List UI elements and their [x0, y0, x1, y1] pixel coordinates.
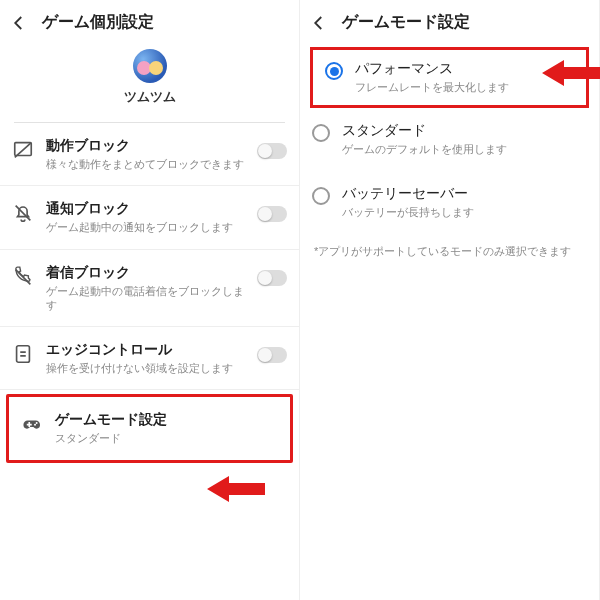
row-title: 動作ブロック: [46, 137, 245, 155]
toggle-switch[interactable]: [257, 143, 287, 159]
phone-off-icon: [12, 266, 34, 288]
toggle-switch[interactable]: [257, 270, 287, 286]
row-sub: スタンダード: [55, 431, 278, 445]
option-battery[interactable]: バッテリーセーバー バッテリーが長持ちします: [300, 171, 599, 234]
svg-rect-1: [17, 346, 30, 363]
header: ゲームモード設定: [300, 0, 599, 43]
footnote: *アプリがサポートしているモードのみ選択できます: [300, 234, 599, 269]
option-title: パフォーマンス: [355, 60, 509, 78]
option-sub: ゲームのデフォルトを使用します: [342, 142, 507, 157]
toggle-switch[interactable]: [257, 347, 287, 363]
row-sub: 操作を受け付けない領域を設定します: [46, 361, 245, 375]
game-icon: [133, 49, 167, 83]
row-notification-block[interactable]: 通知ブロック ゲーム起動中の通知をブロックします: [0, 186, 299, 249]
back-icon[interactable]: [10, 14, 28, 32]
back-icon[interactable]: [310, 14, 328, 32]
radio-icon[interactable]: [312, 124, 330, 142]
option-sub: フレームレートを最大化します: [355, 80, 509, 95]
radio-icon[interactable]: [312, 187, 330, 205]
row-sub: 様々な動作をまとめてブロックできます: [46, 157, 245, 171]
header: ゲーム個別設定: [0, 0, 299, 43]
page-title: ゲームモード設定: [342, 12, 470, 33]
row-action-block[interactable]: 動作ブロック 様々な動作をまとめてブロックできます: [0, 123, 299, 186]
option-performance[interactable]: パフォーマンス フレームレートを最大化します: [313, 50, 586, 105]
edge-icon: [12, 343, 34, 365]
bell-off-icon: [12, 202, 34, 224]
game-name: ツムツム: [124, 89, 176, 106]
row-game-mode[interactable]: ゲームモード設定 スタンダード: [6, 394, 293, 462]
row-call-block[interactable]: 着信ブロック ゲーム起動中の電話着信をブロックします: [0, 250, 299, 328]
option-sub: バッテリーが長持ちします: [342, 205, 474, 220]
row-sub: ゲーム起動中の通知をブロックします: [46, 220, 245, 234]
row-edge-control[interactable]: エッジコントロール 操作を受け付けない領域を設定します: [0, 327, 299, 390]
row-title: 着信ブロック: [46, 264, 245, 282]
row-sub: ゲーム起動中の電話着信をブロックします: [46, 284, 245, 313]
annotation-arrow-icon: [205, 474, 265, 504]
game-profile: ツムツム: [0, 43, 299, 116]
row-title: 通知ブロック: [46, 200, 245, 218]
right-panel: ゲームモード設定 パフォーマンス フレームレートを最大化します スタンダード ゲ…: [300, 0, 600, 600]
page-title: ゲーム個別設定: [42, 12, 154, 33]
option-title: スタンダード: [342, 122, 507, 140]
toggle-switch[interactable]: [257, 206, 287, 222]
left-panel: ゲーム個別設定 ツムツム 動作ブロック 様々な動作をまとめてブロックできます 通…: [0, 0, 300, 600]
option-standard[interactable]: スタンダード ゲームのデフォルトを使用します: [300, 108, 599, 171]
highlight-box: パフォーマンス フレームレートを最大化します: [310, 47, 589, 108]
row-title: エッジコントロール: [46, 341, 245, 359]
gamepad-icon: [21, 413, 43, 435]
option-title: バッテリーセーバー: [342, 185, 474, 203]
radio-checked-icon[interactable]: [325, 62, 343, 80]
row-title: ゲームモード設定: [55, 411, 278, 429]
block-icon: [12, 139, 34, 161]
